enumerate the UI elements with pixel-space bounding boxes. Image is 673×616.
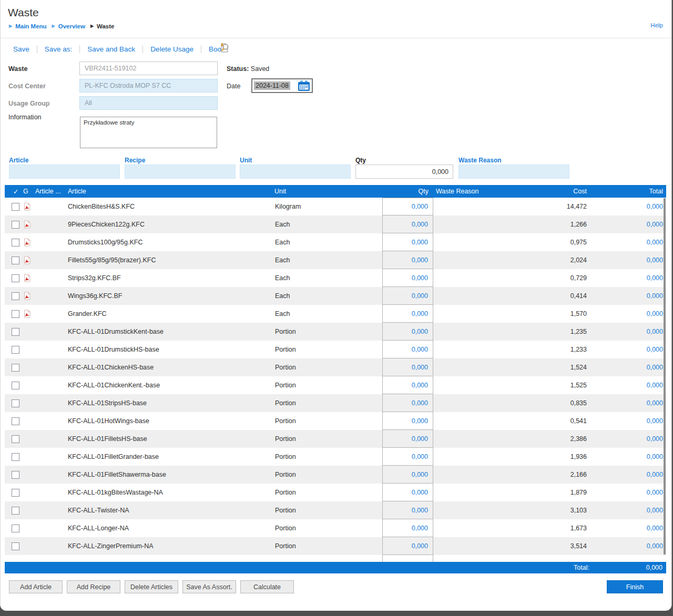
pdf-icon[interactable]	[21, 269, 33, 287]
qty-input-cell[interactable]: 0,000	[382, 341, 433, 358]
document-magnifier-icon[interactable]	[219, 42, 230, 54]
row-checkbox[interactable]	[12, 346, 19, 354]
pdf-icon[interactable]	[21, 341, 33, 358]
row-checkbox[interactable]	[12, 328, 19, 336]
pdf-icon[interactable]	[21, 466, 33, 484]
qty-input-cell[interactable]: 0,000	[382, 233, 433, 251]
cost-cell: 0,414	[531, 287, 592, 305]
calendar-icon[interactable]	[298, 80, 310, 91]
filter-article-input[interactable]	[9, 165, 120, 179]
qty-input-cell[interactable]: 0,000	[382, 287, 433, 305]
date-value: 2024-11-08	[254, 81, 290, 90]
qty-input-cell[interactable]: 0,000	[382, 466, 433, 484]
qty-input-cell[interactable]: 0,000	[382, 412, 433, 430]
row-checkbox[interactable]	[12, 292, 19, 300]
pdf-icon[interactable]	[21, 448, 33, 466]
pdf-icon[interactable]	[21, 358, 33, 376]
row-checkbox[interactable]	[12, 364, 19, 372]
unit-cell: Portion	[274, 376, 382, 394]
qty-input-cell[interactable]: 0,000	[382, 269, 433, 287]
row-checkbox[interactable]	[12, 489, 19, 497]
pdf-icon[interactable]	[21, 430, 33, 448]
row-checkbox[interactable]	[12, 399, 19, 407]
qty-input-cell[interactable]: 0,000	[382, 430, 433, 448]
row-checkbox[interactable]	[12, 256, 19, 264]
qty-input-cell[interactable]: 0,000	[382, 448, 433, 466]
pdf-icon[interactable]	[21, 251, 33, 269]
toolbar-delete-usage-button[interactable]: Delete Usage	[149, 45, 195, 53]
filter-recipe-input[interactable]	[125, 165, 236, 179]
add-article-button[interactable]: Add Article	[9, 580, 63, 593]
row-checkbox[interactable]	[12, 435, 19, 443]
qty-input-cell[interactable]: 0,000	[382, 358, 433, 376]
pdf-icon[interactable]	[21, 376, 33, 394]
usage-group-input[interactable]	[79, 96, 218, 110]
qty-input-cell[interactable]: 0,000	[382, 251, 433, 269]
pdf-icon[interactable]	[21, 537, 33, 555]
pdf-icon[interactable]	[21, 519, 33, 537]
toolbar-save-and-back-button[interactable]: Save and Back	[86, 45, 136, 53]
row-checkbox[interactable]	[12, 274, 19, 282]
filter-qty-input[interactable]	[355, 165, 453, 179]
save-as-assort-button[interactable]: Save As Assort.	[182, 580, 236, 593]
waste-input[interactable]	[79, 61, 218, 75]
qty-input-cell[interactable]: 0,000	[382, 376, 433, 394]
header-check-icon[interactable]: ✓	[5, 188, 21, 196]
qty-input-cell[interactable]: 0,000	[382, 198, 433, 215]
pdf-icon[interactable]	[21, 215, 33, 233]
row-checkbox[interactable]	[12, 471, 19, 479]
breadcrumb-link[interactable]: Main Menu	[15, 23, 46, 29]
qty-input-cell[interactable]: 0,000	[382, 305, 433, 323]
toolbar-save-as-button[interactable]: Save as:	[44, 45, 74, 53]
pdf-icon[interactable]	[21, 233, 33, 251]
row-checkbox[interactable]	[12, 382, 19, 389]
information-textarea[interactable]: Przykładowe straty	[80, 117, 217, 148]
pdf-icon[interactable]	[21, 323, 33, 341]
filter-unit-input[interactable]	[240, 165, 351, 179]
row-checkbox[interactable]	[12, 542, 19, 550]
pdf-icon[interactable]	[21, 198, 33, 215]
table-scrollbar-thumb[interactable]	[664, 198, 666, 555]
unit-cell: Portion	[274, 501, 382, 519]
pdf-icon[interactable]	[21, 484, 33, 501]
help-link[interactable]: Help	[650, 22, 663, 28]
pdf-icon[interactable]	[21, 394, 33, 412]
row-checkbox[interactable]	[12, 453, 19, 461]
row-checkbox[interactable]	[12, 221, 19, 229]
breadcrumb-item-overview[interactable]: ▶ Overview	[52, 23, 85, 29]
filter-waste-reason-input[interactable]	[458, 165, 569, 179]
row-checkbox[interactable]	[12, 239, 19, 247]
delete-articles-button[interactable]: Delete Articles	[125, 580, 178, 593]
cost-center-input[interactable]	[79, 79, 218, 93]
breadcrumb-link[interactable]: Overview	[58, 23, 85, 29]
qty-input-cell[interactable]: 0,000	[382, 484, 433, 501]
row-checkbox[interactable]	[12, 507, 19, 515]
unit-cell: Portion	[274, 430, 382, 448]
unit-cell: Each	[274, 305, 382, 323]
qty-input-cell[interactable]: 0,000	[382, 323, 433, 341]
row-checkbox[interactable]	[12, 310, 19, 318]
table-row: KFC-ALL-01FilletShawerma-base Portion 0,…	[5, 466, 666, 484]
row-checkbox[interactable]	[12, 417, 19, 425]
breadcrumb-item-main-menu[interactable]: ▶ Main Menu	[9, 23, 47, 29]
qty-input-cell[interactable]: 0,000	[382, 394, 433, 412]
toolbar-save-button[interactable]: Save	[12, 45, 30, 53]
add-recipe-button[interactable]: Add Recipe	[67, 580, 120, 593]
finish-button[interactable]: Finish	[607, 580, 663, 593]
pdf-icon[interactable]	[21, 412, 33, 430]
qty-input-cell[interactable]: 0,000	[382, 501, 433, 519]
breadcrumb-link[interactable]: Waste	[97, 23, 114, 29]
row-checkbox[interactable]	[12, 525, 19, 532]
qty-input-cell[interactable]: 0,000	[382, 519, 433, 537]
pdf-icon[interactable]	[21, 305, 33, 323]
pdf-icon[interactable]	[21, 501, 33, 519]
pdf-icon[interactable]	[21, 287, 33, 305]
breadcrumb-item-waste[interactable]: ▶ Waste	[90, 23, 115, 29]
calculate-button[interactable]: Calculate	[240, 580, 294, 593]
article-name: KFC-ALL-01HotWings-base	[67, 412, 274, 430]
waste-reason-cell	[433, 484, 531, 501]
qty-input-cell[interactable]: 0,000	[382, 215, 433, 233]
row-checkbox[interactable]	[12, 203, 19, 211]
date-input[interactable]: 2024-11-08	[251, 78, 313, 93]
qty-input-cell[interactable]: 0,000	[382, 537, 433, 555]
